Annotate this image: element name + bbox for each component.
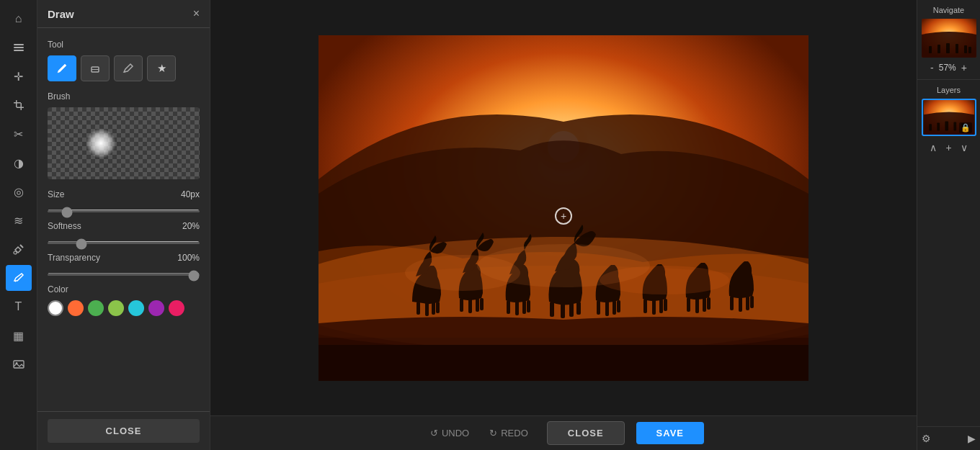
layers-label: Layers	[922, 86, 976, 94]
layer-controls: ∧ + ∨	[922, 140, 976, 155]
filter-icon[interactable]: ◎	[6, 179, 32, 204]
layer-add-button[interactable]: +	[944, 140, 953, 155]
layer-lock-icon: 🔒	[959, 122, 972, 133]
svg-point-8	[14, 251, 17, 254]
waves-icon[interactable]: ≋	[6, 207, 32, 233]
undo-icon: ↺	[430, 428, 438, 438]
star-tool-button[interactable]: ★	[147, 55, 176, 81]
svg-rect-42	[687, 297, 690, 312]
color-swatch-orange[interactable]	[68, 300, 84, 316]
close-draw-button[interactable]: CLOSE	[48, 419, 200, 443]
settings-icon: ⚙	[922, 433, 931, 444]
transparency-slider[interactable]	[48, 273, 200, 276]
right-panel: Navigate	[917, 0, 980, 450]
scissors-icon[interactable]: ✂	[6, 121, 32, 147]
color-swatch-lime[interactable]	[108, 300, 124, 316]
nav-thumbnail	[922, 19, 976, 58]
expand-button[interactable]: ▶	[968, 433, 976, 444]
color-swatch-green[interactable]	[88, 300, 104, 316]
layer-down-button[interactable]: ∨	[959, 140, 969, 155]
svg-rect-55	[929, 46, 932, 53]
color-swatches	[48, 300, 200, 316]
svg-rect-46	[730, 296, 734, 310]
svg-rect-25	[480, 298, 484, 310]
layer-up-button[interactable]: ∧	[928, 140, 938, 155]
svg-rect-45	[707, 297, 710, 310]
grid-icon[interactable]: ▦	[6, 323, 32, 348]
svg-rect-9	[14, 361, 24, 368]
svg-rect-21	[436, 302, 440, 313]
draw-panel-body: Tool ★ Brush Size 40px Softness 20%	[37, 28, 210, 411]
svg-rect-22	[460, 298, 463, 312]
layer-thumbnail[interactable]: 🔒	[922, 99, 976, 136]
draw-panel-footer: CLOSE	[37, 411, 210, 450]
pencil-tool-button[interactable]	[114, 55, 143, 81]
svg-rect-28	[522, 300, 526, 314]
panel-close-button[interactable]: ×	[193, 7, 200, 20]
navigate-label: Navigate	[922, 6, 976, 14]
home-icon[interactable]: ⌂	[6, 6, 32, 32]
tool-buttons: ★	[48, 55, 200, 81]
svg-rect-37	[617, 300, 620, 312]
settings-button[interactable]: ⚙	[922, 433, 931, 444]
svg-rect-56	[937, 45, 940, 53]
svg-rect-39	[652, 299, 656, 315]
zoom-in-button[interactable]: +	[959, 62, 969, 73]
softness-label: Softness	[48, 221, 81, 231]
save-button[interactable]: SAVE	[636, 422, 704, 444]
svg-rect-20	[432, 302, 435, 315]
zoom-row: - 57% +	[922, 62, 976, 73]
eyedropper-icon[interactable]	[6, 236, 32, 262]
undo-button[interactable]: ↺ UNDO	[423, 423, 476, 443]
softness-slider[interactable]	[48, 241, 200, 244]
svg-rect-19	[425, 302, 429, 316]
zoom-out-button[interactable]: -	[928, 62, 936, 73]
svg-rect-50	[318, 345, 808, 381]
svg-rect-40	[659, 299, 663, 313]
canvas-content[interactable]: +	[210, 0, 917, 415]
svg-rect-64	[945, 122, 948, 131]
svg-rect-31	[561, 302, 565, 318]
undo-label: UNDO	[442, 428, 469, 438]
svg-rect-1	[14, 47, 24, 48]
svg-rect-6	[20, 103, 22, 110]
svg-rect-65	[953, 122, 956, 130]
brush-dot	[86, 128, 116, 158]
layers-icon[interactable]	[6, 35, 32, 60]
navigate-section: Navigate	[917, 0, 980, 80]
brush-tool-button[interactable]	[48, 55, 76, 81]
eraser-tool-button[interactable]	[81, 55, 110, 81]
color-swatch-pink[interactable]	[169, 300, 184, 316]
undo-redo-group: ↺ UNDO ↻ REDO	[423, 423, 535, 443]
svg-rect-62	[929, 124, 932, 130]
tool-label: Tool	[48, 40, 200, 50]
svg-rect-49	[750, 296, 754, 308]
svg-rect-5	[17, 107, 24, 109]
redo-icon: ↻	[489, 428, 497, 438]
adjust-icon[interactable]: ◑	[6, 150, 32, 176]
svg-rect-18	[416, 302, 420, 315]
color-swatch-white[interactable]	[48, 300, 63, 316]
draw-pencil-icon[interactable]	[6, 265, 32, 291]
size-slider[interactable]	[48, 210, 200, 212]
svg-rect-26	[507, 300, 510, 314]
canvas-area: + ↺ UNDO ↻ REDO CLOSE SAVE	[210, 0, 917, 450]
close-canvas-button[interactable]: CLOSE	[547, 421, 625, 445]
transparency-label: Transparency	[48, 253, 100, 263]
redo-button[interactable]: ↻ REDO	[482, 423, 535, 443]
panel-title: Draw	[48, 8, 74, 20]
text-icon[interactable]: T	[6, 294, 32, 320]
brush-label: Brush	[48, 91, 200, 102]
crop-icon[interactable]	[6, 92, 32, 118]
svg-rect-47	[739, 296, 742, 312]
transparency-value: 100%	[177, 253, 200, 263]
svg-rect-57	[946, 43, 950, 53]
softness-value: 20%	[182, 221, 200, 231]
svg-rect-29	[527, 300, 530, 312]
color-swatch-teal[interactable]	[128, 300, 144, 316]
color-swatch-purple[interactable]	[148, 300, 164, 316]
softness-row: Softness 20%	[48, 221, 200, 231]
image-icon[interactable]	[6, 351, 32, 377]
move-icon[interactable]: ✛	[6, 63, 32, 89]
svg-line-7	[20, 245, 23, 248]
